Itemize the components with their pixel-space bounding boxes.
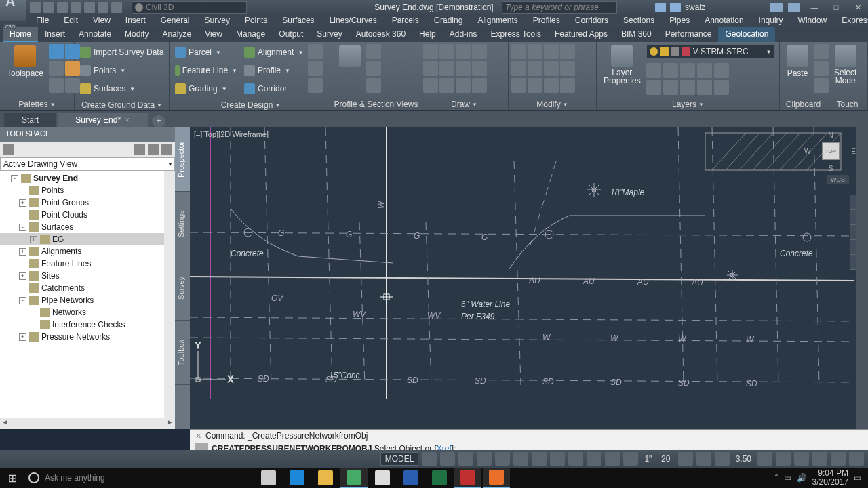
tree-node-interference-checks[interactable]: Interference Checks [0,319,175,331]
tree-node-sites[interactable]: +Sites [0,270,175,282]
menu-window[interactable]: Window [791,14,835,26]
ribbon-tab-annotate[interactable]: Annotate [72,27,118,42]
viewcube[interactable]: N S W E TOP [812,133,849,169]
hardware-accel-icon[interactable] [812,452,827,466]
draw-btn-12-icon[interactable] [472,78,487,93]
clipboard-copy-icon[interactable] [814,61,829,76]
workspace-selector[interactable]: Civil 3D [132,1,247,14]
arc-icon[interactable] [472,44,487,59]
profile-button[interactable]: Profile▼ [241,62,307,79]
new-drawing-tab[interactable]: + [152,115,165,127]
cycling-toggle-icon[interactable] [605,452,620,466]
quick-properties-icon[interactable] [757,452,772,466]
task-view-icon[interactable] [255,468,282,488]
draw-btn-7-icon[interactable] [456,61,471,76]
panel-title-layers[interactable]: Layers▼ [597,98,779,110]
ribbon-tab-bim360[interactable]: BIM 360 [614,27,658,42]
array-icon[interactable] [544,78,559,93]
ribbon-tab-performance[interactable]: Performance [658,27,719,42]
pv-btn-2-icon[interactable] [366,61,381,76]
tree-node-networks[interactable]: Networks [0,306,175,319]
tab-toolbox[interactable]: Toolbox [175,321,190,385]
line-icon[interactable] [423,44,438,59]
ribbon-tab-home[interactable]: Home [3,27,38,42]
design-extra-2-icon[interactable] [308,61,323,76]
drawing-canvas[interactable]: [–][Top][2D Wireframe] [190,127,868,429]
layer-tool-4-icon[interactable] [697,63,712,78]
tree-scrollbar-h[interactable]: ◄► [0,418,175,429]
start-button[interactable]: ⊞ [0,468,24,488]
drawing-tab-surveyend[interactable]: Survey End*✕ [58,113,148,127]
menu-corridors[interactable]: Corridors [568,14,616,26]
cut-icon[interactable] [814,44,829,59]
clean-screen-icon[interactable] [831,452,846,466]
qat-new-icon[interactable] [30,2,41,13]
infocenter-search[interactable]: Type a keyword or phrase [502,1,617,14]
tree-node-survey-end[interactable]: -Survey End [0,172,175,184]
expand-icon[interactable]: + [19,199,26,207]
tree-node-eg[interactable]: +EG [0,233,175,245]
layer-properties-button[interactable]: LayerProperties [599,44,645,86]
tray-chevron-icon[interactable]: ˄ [774,473,778,483]
draw-btn-6-icon[interactable] [439,61,454,76]
annotation-scale[interactable]: 1" = 20' [642,454,674,464]
parcel-button[interactable]: Parcel▼ [172,44,240,60]
layer-tool-5-icon[interactable] [714,63,729,78]
view-selector[interactable]: Active Drawing View▾ [0,157,175,171]
layer-tool-3-icon[interactable] [680,63,695,78]
import-survey-button[interactable]: Import Survey Data [77,44,166,60]
menu-edit[interactable]: Edit [56,14,85,26]
tab-settings[interactable]: Settings [175,192,190,256]
polar-toggle-icon[interactable] [477,452,492,466]
palette-btn-5-icon[interactable] [49,78,64,93]
modify-btn-4-icon[interactable] [560,44,575,59]
menu-parcels[interactable]: Parcels [384,14,427,26]
isolate-icon[interactable] [794,452,809,466]
ts-toolbar-icon-2[interactable] [134,144,145,155]
tree-node-pipe-networks[interactable]: -Pipe Networks [0,294,175,306]
tree-node-alignments[interactable]: +Alignments [0,245,175,258]
scale-icon[interactable] [528,78,542,93]
edge-icon[interactable] [283,468,311,488]
drawing-tab-start[interactable]: Start [4,113,56,127]
qat-plot-icon[interactable] [84,2,95,13]
rotate-icon[interactable] [528,44,542,59]
decimal-display[interactable]: 3.50 [733,454,754,464]
palette-btn-1-icon[interactable] [49,44,64,59]
trim-icon[interactable] [544,44,559,59]
taskbar-clock[interactable]: 9:04 PM 3/20/2017 [812,469,848,487]
otrack-toggle-icon[interactable] [550,452,565,466]
3dsnap-toggle-icon[interactable] [532,452,547,466]
annoscale-icon[interactable] [678,452,693,466]
tray-network-icon[interactable]: ▭ [784,473,791,483]
design-extra-3-icon[interactable] [308,78,323,93]
tab-survey[interactable]: Survey [175,256,190,321]
autocad-icon[interactable] [454,468,481,488]
menu-pipes[interactable]: Pipes [662,14,697,26]
ribbon-tab-insert[interactable]: Insert [38,27,72,42]
stretch-icon[interactable] [511,78,526,93]
camtasia-icon[interactable] [483,468,510,488]
ortho-toggle-icon[interactable] [458,452,473,466]
menu-survey[interactable]: Survey [197,14,237,26]
menu-file[interactable]: File [28,14,56,26]
surfaces-button[interactable]: Surfaces▼ [77,81,166,97]
ribbon-tab-geolocation[interactable]: Geolocation [718,27,775,42]
a360-icon[interactable] [788,3,800,12]
panel-title-modify[interactable]: Modify▼ [509,98,596,110]
maximize-button[interactable]: □ [826,1,846,14]
cmdline-close-icon[interactable]: ✕ [195,432,201,441]
ts-help-icon[interactable] [161,144,172,155]
excel-icon[interactable] [426,468,453,488]
feature-line-button[interactable]: Feature Line▼ [172,62,240,79]
tray-volume-icon[interactable]: 🔊 [797,473,807,483]
menu-alignments[interactable]: Alignments [470,14,525,26]
profile-view-button[interactable] [335,44,365,68]
tree-node-point-groups[interactable]: +Point Groups [0,197,175,209]
draw-btn-8-icon[interactable] [472,61,487,76]
layer-tool-2-icon[interactable] [663,63,678,78]
draw-btn-11-icon[interactable] [456,78,471,93]
menu-view[interactable]: View [85,14,118,26]
clipboard-btn-3-icon[interactable] [814,78,829,93]
draw-btn-5-icon[interactable] [423,61,438,76]
